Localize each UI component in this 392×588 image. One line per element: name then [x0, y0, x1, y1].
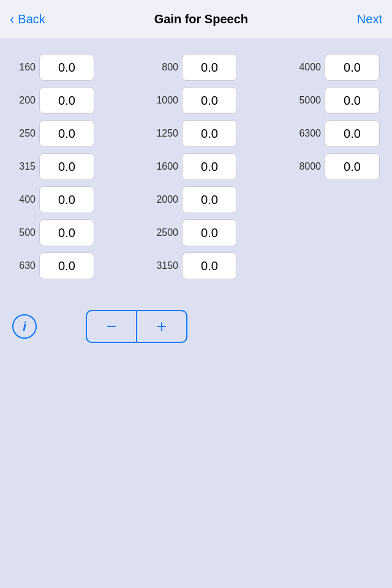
table-row: 12500.0 — [155, 120, 237, 147]
table-row: 5000.0 — [12, 219, 94, 246]
gain-value-box[interactable]: 0.0 — [39, 252, 94, 279]
table-row: 31500.0 — [155, 252, 237, 279]
frequency-label: 2500 — [155, 227, 178, 238]
frequency-column-1: 8000.010000.012500.016000.020000.025000.… — [155, 54, 237, 285]
table-row: 50000.0 — [298, 87, 380, 114]
frequency-column-2: 40000.050000.063000.080000.0 — [298, 54, 380, 285]
frequency-label: 6300 — [298, 128, 321, 139]
table-row: 25000.0 — [155, 219, 237, 246]
main-content: 1600.02000.02500.03150.04000.05000.06300… — [0, 39, 392, 298]
frequency-label: 160 — [12, 62, 36, 73]
gain-value-box[interactable]: 0.0 — [325, 120, 380, 147]
gain-value-box[interactable]: 0.0 — [182, 252, 237, 279]
gain-value-box[interactable]: 0.0 — [39, 54, 94, 81]
gain-value-box[interactable]: 0.0 — [325, 153, 380, 180]
frequency-label: 5000 — [298, 95, 321, 106]
info-icon: i — [23, 320, 26, 334]
frequency-grid: 1600.02000.02500.03150.04000.05000.06300… — [12, 54, 380, 285]
table-row: 80000.0 — [298, 153, 380, 180]
table-row: 16000.0 — [155, 153, 237, 180]
frequency-label: 8000 — [298, 161, 321, 172]
frequency-label: 1600 — [155, 161, 178, 172]
table-row: 10000.0 — [155, 87, 237, 114]
table-row: 8000.0 — [155, 54, 237, 81]
gain-value-box[interactable]: 0.0 — [182, 120, 237, 147]
gain-value-box[interactable]: 0.0 — [182, 54, 237, 81]
table-row: 20000.0 — [155, 186, 237, 213]
gain-value-box[interactable]: 0.0 — [325, 87, 380, 114]
frequency-label: 1000 — [155, 95, 178, 106]
table-row: 4000.0 — [12, 186, 94, 213]
gain-value-box[interactable]: 0.0 — [39, 219, 94, 246]
gain-value-box[interactable]: 0.0 — [325, 54, 380, 81]
bottom-controls: i − + — [0, 310, 392, 343]
frequency-column-0: 1600.02000.02500.03150.04000.05000.06300… — [12, 54, 94, 285]
gain-value-box[interactable]: 0.0 — [182, 186, 237, 213]
frequency-label: 1250 — [155, 128, 178, 139]
table-row: 1600.0 — [12, 54, 94, 81]
gain-value-box[interactable]: 0.0 — [39, 186, 94, 213]
increment-button[interactable]: + — [137, 311, 186, 342]
back-label: Back — [18, 12, 45, 26]
gain-value-box[interactable]: 0.0 — [182, 153, 237, 180]
gain-value-box[interactable]: 0.0 — [182, 219, 237, 246]
gain-value-box[interactable]: 0.0 — [182, 87, 237, 114]
gain-value-box[interactable]: 0.0 — [39, 153, 94, 180]
frequency-label: 200 — [12, 95, 36, 106]
frequency-label: 315 — [12, 161, 36, 172]
table-row: 6300.0 — [12, 252, 94, 279]
frequency-label: 630 — [12, 260, 36, 271]
stepper: − + — [86, 310, 187, 343]
frequency-label: 2000 — [155, 194, 178, 205]
decrement-button[interactable]: − — [87, 311, 136, 342]
frequency-label: 250 — [12, 128, 36, 139]
navigation-bar: ‹ Back Gain for Speech Next — [0, 0, 392, 39]
frequency-label: 3150 — [155, 260, 178, 271]
table-row: 2500.0 — [12, 120, 94, 147]
frequency-label: 4000 — [298, 62, 321, 73]
frequency-label: 500 — [12, 227, 36, 238]
frequency-label: 800 — [155, 62, 178, 73]
info-button[interactable]: i — [12, 314, 37, 339]
table-row: 63000.0 — [298, 120, 380, 147]
back-button[interactable]: ‹ Back — [10, 12, 45, 28]
gain-value-box[interactable]: 0.0 — [39, 87, 94, 114]
table-row: 40000.0 — [298, 54, 380, 81]
table-row: 3150.0 — [12, 153, 94, 180]
gain-value-box[interactable]: 0.0 — [39, 120, 94, 147]
chevron-left-icon: ‹ — [10, 12, 14, 28]
next-button[interactable]: Next — [357, 12, 382, 26]
frequency-label: 400 — [12, 194, 36, 205]
page-title: Gain for Speech — [154, 12, 248, 26]
table-row: 2000.0 — [12, 87, 94, 114]
